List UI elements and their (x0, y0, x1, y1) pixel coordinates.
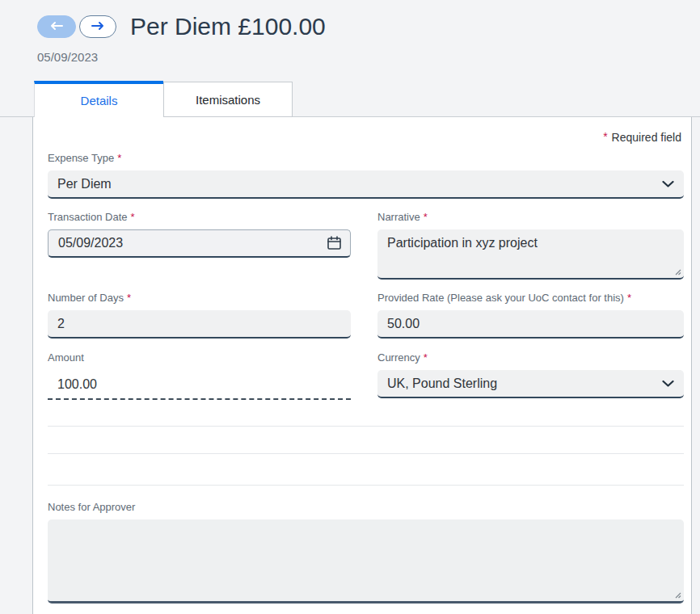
required-asterisk: * (131, 211, 135, 223)
resize-handle-icon[interactable] (673, 267, 681, 275)
details-panel: *Required field Expense Type* Per Diem T… (32, 117, 692, 614)
provided-rate-label: Provided Rate (Please ask your UoC conta… (377, 292, 684, 303)
currency-value: UK, Pound Sterling (387, 376, 497, 391)
provided-rate-input[interactable]: 50.00 (377, 310, 684, 339)
chevron-down-icon (662, 380, 674, 387)
notes-for-approver-textarea[interactable] (48, 519, 684, 603)
page-title: Per Diem £100.00 (130, 13, 326, 40)
expense-entry-page: Per Diem £100.00 05/09/2023 Details Item… (0, 0, 700, 614)
tab-itemisations-label: Itemisations (196, 93, 260, 107)
arrow-right-icon (91, 19, 105, 34)
number-of-days-label: Number of Days* (48, 292, 351, 303)
narrative-textarea[interactable]: Participation in xyz project (377, 229, 684, 280)
calendar-icon[interactable] (327, 236, 342, 251)
amount-label: Amount (48, 352, 351, 363)
currency-label: Currency* (377, 352, 684, 363)
arrow-left-icon (49, 19, 64, 34)
transaction-date-label: Transaction Date* (48, 212, 351, 222)
tab-details[interactable]: Details (34, 81, 163, 117)
amount-value: 100.00 (57, 377, 97, 392)
chevron-down-icon (662, 180, 674, 187)
required-asterisk: * (603, 130, 607, 143)
required-asterisk: * (127, 292, 131, 304)
number-of-days-input[interactable]: 2 (48, 310, 351, 339)
transaction-date-input[interactable]: 05/09/2023 (48, 229, 351, 258)
narrative-label: Narrative* (377, 212, 684, 222)
resize-handle-icon[interactable] (673, 591, 681, 599)
back-button[interactable] (37, 15, 76, 38)
section-divider (48, 485, 684, 486)
tab-details-label: Details (81, 94, 118, 107)
transaction-date-value: 05/09/2023 (58, 236, 123, 250)
provided-rate-value: 50.00 (387, 317, 420, 331)
notes-for-approver-label: Notes for Approver (48, 502, 684, 512)
required-asterisk: * (424, 211, 428, 223)
expense-type-label: Expense Type* (48, 153, 684, 163)
required-asterisk: * (627, 292, 631, 304)
required-field-note: *Required field (603, 131, 681, 144)
amount-readonly-field: 100.00 (48, 370, 351, 400)
tab-itemisations[interactable]: Itemisations (163, 82, 293, 117)
section-divider (48, 453, 684, 454)
number-of-days-value: 2 (57, 317, 65, 331)
header-date: 05/09/2023 (37, 50, 98, 64)
narrative-value: Participation in xyz project (387, 236, 538, 250)
required-note-text: Required field (612, 131, 681, 144)
expense-type-value: Per Diem (57, 177, 112, 191)
required-asterisk: * (117, 152, 121, 164)
currency-select[interactable]: UK, Pound Sterling (377, 370, 684, 398)
section-divider (48, 426, 684, 427)
required-asterisk: * (424, 351, 428, 364)
forward-button[interactable] (79, 15, 116, 38)
expense-type-select[interactable]: Per Diem (48, 170, 684, 199)
